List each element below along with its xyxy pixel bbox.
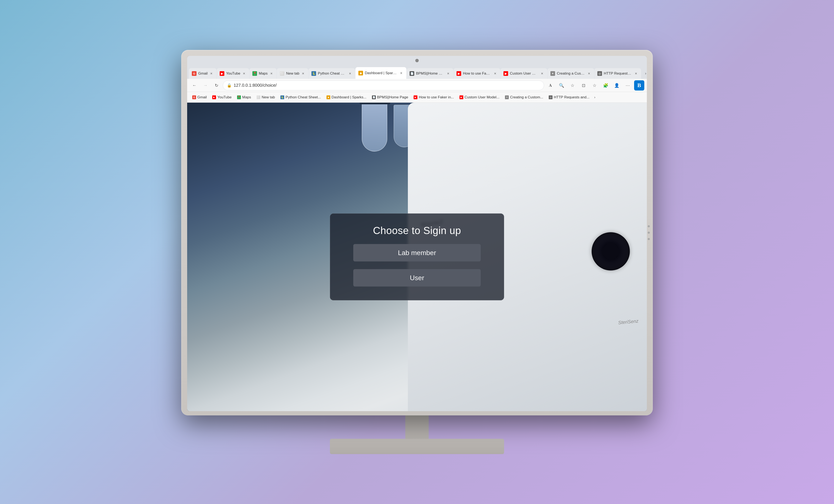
- more-bookmarks-button[interactable]: ›: [592, 94, 597, 101]
- youtube-favicon: ▶: [220, 71, 224, 76]
- bookmark-creating-label: Creating a Custom...: [510, 95, 543, 100]
- tab-http-label: HTTP Requests and...: [604, 71, 632, 75]
- address-bar[interactable]: 🔒 127.0.0.1:8000/choice/: [223, 81, 544, 90]
- creating-favicon: ✦: [550, 71, 555, 76]
- monitor: ⏻ G Gmail ✕: [181, 50, 653, 415]
- zoom-button[interactable]: 🔍: [557, 81, 566, 90]
- newtab-favicon: ⬜: [280, 71, 284, 76]
- tab-dashboard[interactable]: ◆ Dashboard | Sparks... ✕: [355, 67, 407, 79]
- bookmark-gmail[interactable]: G Gmail: [190, 94, 209, 101]
- bookmark-creating-icon: ✦: [505, 95, 509, 99]
- tab-maps-label: Maps: [259, 71, 268, 75]
- side-dot-2: [648, 232, 650, 234]
- more-tabs-button[interactable]: ›: [641, 69, 647, 78]
- favorites-button[interactable]: ☆: [568, 81, 577, 90]
- bookmark-bpms-label: BPMS||Home Page: [377, 95, 408, 100]
- tab-python[interactable]: 🐍 Python Cheat Sheet... ✕: [308, 68, 355, 79]
- tab-close-http[interactable]: ✕: [634, 71, 638, 75]
- reload-button[interactable]: ↻: [212, 81, 221, 90]
- tab-bar: G Gmail ✕ ▶ YouTube ✕ 📍 Maps ✕: [187, 65, 647, 79]
- bookmark-dashboard[interactable]: ◆ Dashboard | Sparks...: [324, 94, 369, 101]
- page-content: Waste2 SteriSenz Choose to Sigin up Lab …: [187, 103, 647, 411]
- bookmark-maps-icon: 📍: [237, 95, 241, 99]
- lab-tube-1: [362, 103, 387, 152]
- tab-close-dashboard[interactable]: ✕: [399, 71, 403, 75]
- tab-newtab-label: New tab: [286, 71, 299, 75]
- browser-toolbar: ← → ↻ 🔒 127.0.0.1:8000/choice/ 𝐀 🔍 ☆ ⊡ ☆…: [187, 79, 647, 92]
- user-button[interactable]: User: [353, 269, 481, 287]
- extensions-button[interactable]: 🧩: [601, 81, 610, 90]
- bookmark-youtube[interactable]: ▶ YouTube: [210, 94, 234, 101]
- more-button[interactable]: ⋯: [623, 81, 632, 90]
- profile-button[interactable]: 👤: [612, 81, 621, 90]
- bookmark-custom-icon: ▶: [460, 95, 463, 99]
- gmail-favicon: G: [192, 71, 197, 76]
- split-button[interactable]: ⊡: [579, 81, 588, 90]
- dashboard-favicon: ◆: [358, 71, 363, 75]
- bookmark-gmail-icon: G: [192, 95, 196, 99]
- bookmark-faker[interactable]: ▶ How to use Faker in...: [411, 94, 456, 101]
- custom-favicon: ▶: [503, 71, 508, 76]
- monitor-screen: G Gmail ✕ ▶ YouTube ✕ 📍 Maps ✕: [187, 56, 647, 411]
- bookmark-http[interactable]: ◎ HTTP Requests and...: [546, 94, 592, 101]
- monitor-stand-neck: [405, 415, 429, 439]
- forward-button[interactable]: →: [201, 81, 210, 90]
- bookmark-http-icon: ◎: [549, 95, 552, 99]
- tab-custom[interactable]: ▶ Custom User Model... ✕: [501, 68, 547, 79]
- monitor-stand-base: [330, 439, 504, 454]
- address-lock-icon: 🔒: [227, 83, 232, 88]
- tab-youtube[interactable]: ▶ YouTube ✕: [217, 68, 249, 79]
- bookmarks-bar: G Gmail ▶ YouTube 📍 Maps ⬜ New tab: [187, 92, 647, 103]
- back-button[interactable]: ←: [190, 81, 199, 90]
- tab-gmail[interactable]: G Gmail ✕: [189, 68, 217, 79]
- tab-creating[interactable]: ✦ Creating a Custom... ✕: [547, 68, 594, 79]
- bookmark-python-label: Python Cheat Sheet...: [286, 95, 321, 100]
- tab-close-youtube[interactable]: ✕: [242, 71, 246, 75]
- bookmark-dashboard-label: Dashboard | Sparks...: [332, 95, 367, 100]
- bookmark-faker-label: How to use Faker in...: [419, 95, 454, 100]
- bookmark-youtube-icon: ▶: [212, 95, 216, 99]
- tab-close-bpms[interactable]: ✕: [446, 71, 451, 75]
- bookmark-bpms-icon: 📄: [372, 95, 376, 99]
- lab-member-button[interactable]: Lab member: [353, 244, 481, 262]
- camera-dot: [415, 59, 419, 62]
- read-aloud-button[interactable]: 𝐀: [546, 81, 555, 90]
- http-favicon: ◎: [597, 71, 602, 76]
- bookmark-http-label: HTTP Requests and...: [554, 95, 590, 100]
- address-url: 127.0.0.1:8000/choice/: [234, 83, 540, 88]
- side-dot-3: [648, 238, 650, 240]
- bookmark-python-icon: 🐍: [280, 95, 284, 99]
- tab-new-tab[interactable]: ⬜ New tab ✕: [277, 68, 308, 79]
- tab-python-label: Python Cheat Sheet...: [318, 71, 346, 75]
- tab-creating-label: Creating a Custom...: [557, 71, 585, 75]
- tab-gmail-label: Gmail: [198, 71, 207, 75]
- tab-close-newtab[interactable]: ✕: [301, 71, 305, 75]
- tab-close-custom[interactable]: ✕: [540, 71, 544, 75]
- tab-bpms[interactable]: 📄 BPMS||Home Page ✕: [407, 68, 453, 79]
- bookmark-maps[interactable]: 📍 Maps: [235, 94, 254, 101]
- tab-faker[interactable]: ▶ How to use Faker in... ✕: [454, 68, 500, 79]
- tab-close-gmail[interactable]: ✕: [209, 71, 214, 75]
- browser-titlebar: [187, 56, 647, 65]
- tab-close-maps[interactable]: ✕: [269, 71, 273, 75]
- tab-faker-label: How to use Faker in...: [463, 71, 491, 75]
- tab-close-faker[interactable]: ✕: [493, 71, 497, 75]
- bookmark-newtab[interactable]: ⬜ New tab: [254, 94, 278, 101]
- tab-close-creating[interactable]: ✕: [587, 71, 591, 75]
- bookmark-dashboard-icon: ◆: [327, 95, 330, 99]
- monitor-side-dots: [648, 225, 650, 240]
- bookmark-creating[interactable]: ✦ Creating a Custom...: [502, 94, 546, 101]
- bing-copilot-button[interactable]: B: [634, 80, 644, 90]
- desktop: ⏻ G Gmail ✕: [0, 0, 834, 504]
- tab-dashboard-label: Dashboard | Sparks...: [365, 71, 397, 75]
- bookmark-maps-label: Maps: [242, 95, 251, 100]
- tab-http[interactable]: ◎ HTTP Requests and... ✕: [594, 68, 641, 79]
- collections-button[interactable]: ☆: [590, 81, 599, 90]
- bookmark-python[interactable]: 🐍 Python Cheat Sheet...: [278, 94, 323, 101]
- tab-maps[interactable]: 📍 Maps ✕: [249, 68, 277, 79]
- bookmark-bpms[interactable]: 📄 BPMS||Home Page: [369, 94, 411, 101]
- signup-card: Choose to Sigin up Lab member User: [330, 214, 504, 301]
- tab-custom-label: Custom User Model...: [510, 71, 538, 75]
- bookmark-custom[interactable]: ▶ Custom User Model...: [457, 94, 502, 101]
- tab-close-python[interactable]: ✕: [348, 71, 352, 75]
